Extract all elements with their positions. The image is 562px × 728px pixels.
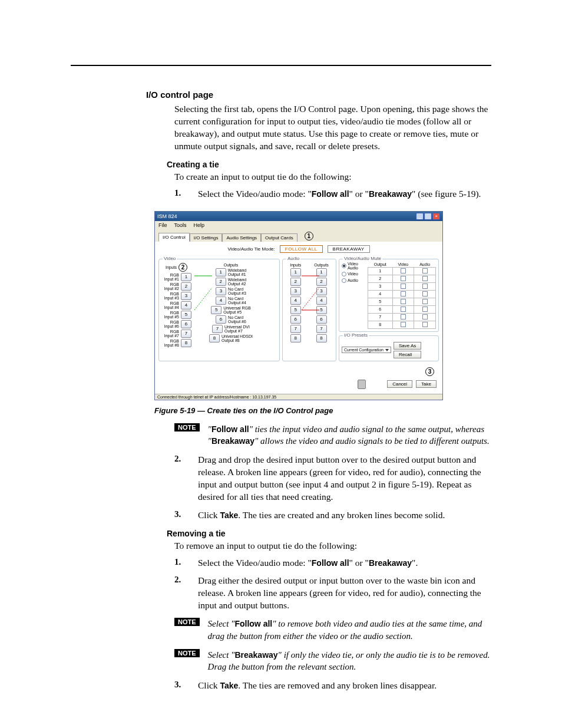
follow-all-button[interactable]: FOLLOW ALL	[280, 245, 323, 253]
radio-audio[interactable]: Audio	[342, 278, 363, 283]
radio-video-audio[interactable]: Video Audio	[342, 262, 363, 270]
audio-output-3[interactable]: 3	[316, 287, 327, 295]
title-bar[interactable]: ISM 824 _ □ ×	[155, 212, 442, 221]
radio-video[interactable]: Video	[342, 272, 363, 276]
mode-row: Video/Audio Tie Mode: FOLLOW ALL BREAKAW…	[155, 242, 442, 256]
creating-step-1: 1. Select the Video/audio mode: "Follow …	[174, 188, 491, 200]
mute-row: 7	[368, 313, 436, 321]
audio-input-7[interactable]: 7	[290, 325, 301, 333]
video-group: Video Inputs2 RGBInput #11 RGBInput #22 …	[158, 259, 280, 361]
mute-group: Video/Audio Mute Video Audio Video Audio…	[339, 259, 439, 332]
mute-row: 3	[368, 282, 436, 290]
preset-group: I/O Presets Current Configuration Save A…	[339, 335, 439, 361]
note-text: "Follow all" ties the input video and au…	[208, 423, 491, 447]
video-output-8[interactable]: 8	[209, 334, 220, 342]
step-text: Select the Video/audio mode: "Follow all…	[198, 188, 491, 200]
chevron-down-icon	[385, 349, 389, 351]
audio-output-4[interactable]: 4	[316, 297, 327, 305]
video-output-7[interactable]: 7	[212, 325, 223, 333]
bottom-row: Cancel Take	[155, 377, 442, 394]
audio-input-8[interactable]: 8	[290, 334, 301, 342]
creating-step-3: 3. Click Take. The ties are created and …	[174, 509, 491, 522]
window-title: ISM 824	[157, 213, 177, 219]
video-output-6[interactable]: 6	[216, 315, 226, 324]
figure-5-19: ISM 824 _ □ × File Tools Help I/O Contro…	[154, 211, 491, 400]
minimize-button[interactable]: _	[416, 213, 424, 220]
video-output-1[interactable]: 1	[216, 268, 226, 276]
audio-inputs-col: Inputs 1 2 3 4 5 6 7 8	[290, 263, 301, 342]
note-3: NOTE Select "Breakaway" if only the vide…	[174, 649, 491, 673]
menu-file[interactable]: File	[158, 222, 167, 228]
callout-3: 3	[425, 367, 434, 376]
status-bar: Connected through telnet at IP address/H…	[155, 394, 442, 400]
video-input-5[interactable]: 5	[181, 311, 191, 319]
audio-output-8[interactable]: 8	[316, 334, 327, 342]
audio-outputs-col: Outputs 1 2 3 4 5 6 7 8	[314, 263, 329, 342]
tab-audio-settings[interactable]: Audio Settings	[222, 233, 261, 242]
mute-row: 6	[368, 305, 436, 313]
mute-audio-checkbox[interactable]	[422, 268, 428, 274]
heading-io-control-page: I/O control page	[146, 90, 491, 100]
heading-creating-tie: Creating a tie	[167, 160, 491, 169]
video-output-4[interactable]: 4	[216, 297, 226, 305]
audio-output-2[interactable]: 2	[316, 278, 327, 286]
audio-input-5[interactable]: 5	[290, 306, 301, 314]
recall-button[interactable]: Recall	[394, 351, 421, 358]
breakaway-button[interactable]: BREAKAWAY	[328, 245, 370, 253]
creating-step-2: 2. Drag and drop the desired input butto…	[174, 454, 491, 503]
video-input-3[interactable]: 3	[181, 292, 191, 300]
app-window: ISM 824 _ □ × File Tools Help I/O Contro…	[154, 211, 443, 400]
mute-row: 1	[368, 267, 436, 275]
audio-input-3[interactable]: 3	[290, 287, 301, 295]
cancel-button[interactable]: Cancel	[387, 380, 412, 388]
rule-top	[71, 65, 491, 66]
audio-group: Audio Inputs 1 2 3 4 5 6 7 8	[282, 259, 336, 361]
removing-step-3: 3. Click Take. The ties are removed and …	[174, 680, 491, 692]
mute-row: 8	[368, 321, 436, 328]
video-output-2[interactable]: 2	[216, 278, 226, 286]
video-outputs-col: Outputs 1WidebandOutput #1 2WidebandOutp…	[209, 263, 253, 347]
audio-output-5[interactable]: 5	[316, 306, 327, 314]
video-input-4[interactable]: 4	[181, 301, 191, 309]
trash-icon[interactable]	[358, 380, 366, 389]
tab-output-cards[interactable]: Output Cards	[261, 233, 297, 242]
audio-output-1[interactable]: 1	[316, 268, 327, 276]
mode-label: Video/Audio Tie Mode:	[227, 246, 275, 252]
menu-tools[interactable]: Tools	[174, 222, 187, 228]
video-input-8[interactable]: 8	[181, 339, 191, 347]
menu-help[interactable]: Help	[194, 222, 205, 228]
mute-radio-col: Video Audio Video Audio	[342, 262, 365, 329]
note-badge: NOTE	[174, 423, 200, 431]
video-output-3[interactable]: 3	[216, 287, 226, 295]
removing-step-1: 1. Select the Video/audio mode: "Follow …	[174, 557, 491, 569]
right-column: Video/Audio Mute Video Audio Video Audio…	[339, 259, 439, 361]
audio-output-7[interactable]: 7	[316, 325, 327, 333]
take-button[interactable]: Take	[416, 380, 437, 388]
callout-2: 2	[178, 263, 187, 272]
video-input-6[interactable]: 6	[181, 320, 191, 328]
tab-bar: I/O Control I/O Settings Audio Settings …	[155, 229, 442, 242]
tab-io-control[interactable]: I/O Control	[158, 233, 190, 242]
close-button[interactable]: ×	[432, 213, 440, 220]
audio-input-1[interactable]: 1	[290, 268, 301, 276]
preset-select[interactable]: Current Configuration	[342, 347, 391, 353]
callout-1: 1	[305, 232, 313, 241]
maximize-button[interactable]: □	[424, 213, 432, 220]
menu-bar: File Tools Help	[155, 221, 442, 229]
audio-output-6[interactable]: 6	[316, 315, 327, 324]
mute-video-checkbox[interactable]	[401, 268, 406, 274]
video-input-7[interactable]: 7	[181, 330, 191, 338]
figure-caption: Figure 5-19 — Create ties on the I/O Con…	[154, 406, 491, 415]
audio-input-2[interactable]: 2	[290, 278, 301, 286]
video-input-2[interactable]: 2	[181, 282, 191, 291]
removing-step-2: 2. Drag either the desired output or inp…	[174, 575, 491, 612]
audio-input-6[interactable]: 6	[290, 315, 301, 324]
video-input-1[interactable]: 1	[181, 273, 191, 281]
save-as-button[interactable]: Save As	[394, 342, 421, 350]
tab-io-settings[interactable]: I/O Settings	[190, 233, 223, 242]
video-output-5[interactable]: 5	[211, 306, 222, 314]
note-1: NOTE "Follow all" ties the input video a…	[174, 423, 491, 447]
mute-row: 4	[368, 290, 436, 298]
audio-input-4[interactable]: 4	[290, 297, 301, 305]
heading-removing-tie: Removing a tie	[167, 529, 491, 538]
